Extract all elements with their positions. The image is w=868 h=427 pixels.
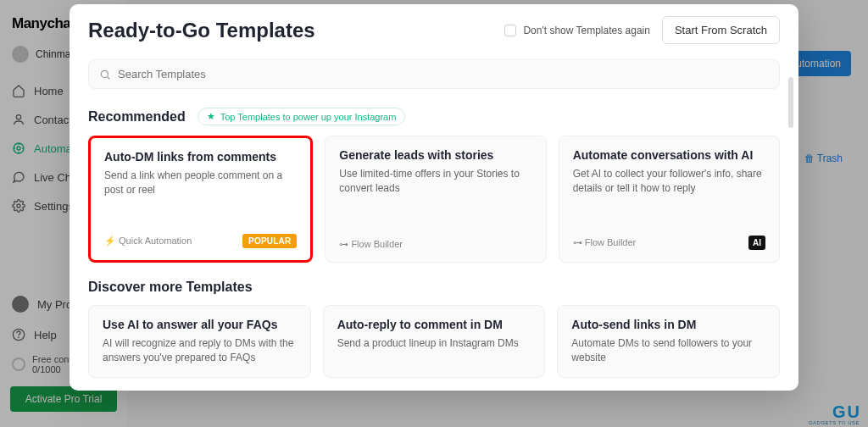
search-icon — [99, 69, 111, 80]
card-desc: Send a link when people comment on a pos… — [104, 169, 297, 197]
promo-pill[interactable]: ★ Top Templates to power up your Instagr… — [198, 108, 406, 125]
card-title: Auto-DM links from comments — [104, 150, 297, 164]
template-card-auto-dm[interactable]: Auto-DM links from comments Send a link … — [88, 136, 313, 263]
card-title: Automate conversations with AI — [573, 148, 765, 162]
watermark-text: GADGETS TO USE — [809, 420, 860, 425]
start-from-scratch-button[interactable]: Start From Scratch — [662, 16, 780, 44]
dont-show-label: Don't show Templates again — [523, 25, 650, 36]
templates-modal: ✕ Ready-to-Go Templates Don't show Templ… — [70, 4, 798, 391]
card-desc: Send a product lineup in Instagram DMs — [337, 336, 531, 351]
card-title: Auto-reply to comment in DM — [337, 318, 531, 331]
search-input[interactable] — [118, 68, 769, 80]
recommended-heading: Recommended — [88, 109, 186, 125]
card-title: Use AI to answer all your FAQs — [103, 318, 297, 331]
card-footer-label: ⊶ Flow Builder — [339, 239, 403, 250]
card-desc: Automate DMs to send followers to your w… — [571, 336, 765, 365]
promo-text: Top Templates to power up your Instagram — [220, 112, 397, 122]
svg-point-10 — [101, 70, 108, 77]
modal-title: Ready-to-Go Templates — [88, 19, 315, 42]
search-box[interactable] — [88, 59, 780, 89]
card-desc: Use limited-time offers in your Stories … — [339, 167, 531, 196]
star-icon: ★ — [207, 111, 215, 122]
popular-badge: POPULAR — [242, 234, 297, 248]
template-card-faq-ai[interactable]: Use AI to answer all your FAQs AI will r… — [88, 305, 311, 378]
modal-overlay: ✕ Ready-to-Go Templates Don't show Templ… — [0, 0, 868, 427]
card-desc: AI will recognize and reply to DMs with … — [103, 336, 297, 365]
discover-heading: Discover more Templates — [88, 280, 253, 295]
template-card-generate-leads[interactable]: Generate leads with stories Use limited-… — [325, 136, 546, 263]
template-card-auto-reply[interactable]: Auto-reply to comment in DM Send a produ… — [323, 305, 546, 378]
ai-badge: AI — [748, 236, 765, 250]
template-card-auto-send[interactable]: Auto-send links in DM Automate DMs to se… — [557, 305, 780, 378]
card-footer-label: ⊶ Flow Builder — [573, 237, 637, 248]
scrollbar[interactable] — [788, 77, 793, 128]
card-title: Auto-send links in DM — [571, 318, 765, 331]
dont-show-checkbox[interactable]: Don't show Templates again — [504, 25, 650, 36]
template-card-automate-ai[interactable]: Automate conversations with AI Get AI to… — [559, 136, 780, 263]
card-title: Generate leads with stories — [339, 148, 531, 162]
card-desc: Get AI to collect your follower's info, … — [573, 167, 765, 196]
card-footer-label: ⚡ Quick Automation — [104, 236, 192, 247]
svg-line-11 — [108, 76, 110, 79]
watermark-logo: GU — [832, 402, 860, 422]
checkbox-icon — [504, 25, 516, 36]
